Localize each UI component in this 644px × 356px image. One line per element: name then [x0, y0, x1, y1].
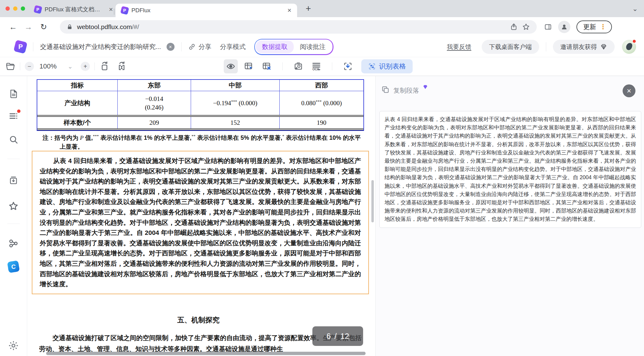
pdf-page-view[interactable]: 指标 东部 中部 西部 产业结构 −0.014 (0.246) −0.194**… — [27, 76, 375, 356]
sidebar-item-settings[interactable] — [8, 340, 19, 351]
divider — [7, 224, 20, 224]
table-cell[interactable]: 样本数/个 — [37, 117, 118, 128]
download-tray-icon — [9, 176, 18, 185]
gem-icon — [600, 43, 607, 50]
zoom-in-button[interactable]: + — [81, 62, 90, 71]
sidebar-item-pages[interactable] — [8, 88, 19, 99]
address-bar[interactable]: webtool.pdflux.com/#/ — [60, 20, 537, 34]
table-cell[interactable]: −0.014 (0.246) — [118, 91, 191, 115]
sidebar-item-favorites[interactable] — [8, 200, 19, 212]
window-minimize-button[interactable] — [13, 6, 17, 11]
back-button[interactable]: ← — [6, 22, 21, 32]
zoom-preset-chevron-icon[interactable]: ⌄ — [68, 63, 73, 70]
sidebar-item-c-app[interactable]: C — [8, 261, 19, 273]
table-header-cell[interactable]: 中部 — [191, 80, 280, 91]
table-cell[interactable]: −0.194*** (0.000) — [191, 91, 280, 115]
invite-friends-button[interactable]: 邀请朋友获得 — [553, 40, 615, 54]
rotate-page-icon[interactable] — [99, 61, 110, 72]
tab-pdflux-active[interactable]: P PDFlux ✕ — [116, 4, 297, 17]
browser-toolbar: ← → ↻ webtool.pdflux.com/#/ — [0, 17, 644, 37]
horizontal-scrollbar-thumb[interactable] — [46, 352, 366, 355]
delete-table-button[interactable] — [260, 59, 274, 73]
zoom-out-button[interactable]: − — [25, 62, 34, 71]
link-icon — [188, 43, 196, 50]
tab-strip: P PDFlux 富格式文档的解析利器 ✕ P PDFlux ✕ + ⌄ — [0, 0, 644, 17]
star-icon — [8, 201, 19, 211]
tab-title: PDFlux 富格式文档的解析利器 — [45, 6, 106, 13]
sidebar-item-share-graph[interactable] — [8, 238, 19, 249]
window-close-button[interactable] — [6, 6, 10, 11]
recognized-table[interactable]: 指标 东部 中部 西部 产业结构 −0.014 (0.246) −0.194**… — [37, 79, 364, 131]
share-mode-button[interactable]: 分享模式 — [220, 43, 246, 51]
snapshot-recognize-button[interactable] — [291, 59, 305, 73]
url-text: webtool.pdflux.com/#/ — [77, 23, 139, 31]
zoom-level: 100% — [39, 62, 57, 70]
table-cell[interactable]: 产业结构 — [37, 91, 118, 115]
tab-title: PDFlux — [131, 7, 284, 14]
tab-close-icon[interactable]: ✕ — [109, 6, 113, 13]
side-panel-icon[interactable] — [544, 23, 552, 31]
sidebar-item-extract-list[interactable] — [8, 110, 19, 122]
ocr-button[interactable]: OCR — [309, 59, 323, 73]
table-cell[interactable]: 190 — [280, 117, 363, 128]
table-header-cell[interactable]: 指标 — [37, 80, 118, 91]
notification-dot — [632, 39, 636, 43]
highlighted-paragraph[interactable]: 从表 4 回归结果来看，交通基础设施发展对于区域产业结构的影响有明显的差异。对东… — [32, 151, 369, 294]
list-icon — [9, 111, 18, 121]
share-nodes-icon — [8, 238, 19, 249]
bookmark-star-icon[interactable] — [522, 23, 530, 31]
gear-icon — [8, 340, 19, 351]
sidebar-item-search[interactable] — [8, 134, 19, 145]
table-cell[interactable]: 152 — [191, 117, 280, 128]
tab-read-annotate[interactable]: 阅读批注 — [294, 40, 332, 53]
window-zoom-button[interactable] — [21, 6, 25, 11]
pdflux-logo[interactable]: P — [13, 40, 28, 54]
table-cell[interactable]: 209 — [118, 117, 191, 128]
share-page-icon[interactable] — [510, 23, 518, 31]
tab-search-chevron-icon[interactable]: ⌄ — [632, 5, 638, 13]
reload-button[interactable]: ↻ — [36, 22, 51, 32]
table-row[interactable]: 产业结构 −0.014 (0.246) −0.194*** (0.000) 0.… — [37, 91, 363, 115]
rotate-text-icon[interactable] — [116, 61, 127, 72]
page-total: 12 — [340, 332, 349, 341]
left-sidebar: C — [0, 76, 27, 356]
close-document-button[interactable]: ✕ — [167, 43, 175, 51]
table-header-cell[interactable]: 西部 — [280, 80, 363, 91]
table-row[interactable]: 样本数/个 209 152 190 — [37, 117, 363, 128]
tab-close-icon[interactable]: ✕ — [287, 7, 292, 14]
browser-update-button[interactable]: 更新 ⋮ — [576, 20, 612, 33]
copy-paragraph-panel: 复制段落 ✕ 从表 4 回归结果来看，交通基础设施发展对于区域产业结构的影响有明… — [375, 76, 644, 356]
import-export-button[interactable] — [341, 59, 355, 73]
table-cursor-icon — [244, 61, 254, 71]
download-client-button[interactable]: 下载桌面客户端 — [482, 40, 539, 54]
pdflux-favicon: P — [33, 5, 42, 14]
camera-area-icon — [293, 61, 303, 71]
search-icon — [9, 135, 18, 144]
browser-profile-button[interactable] — [558, 21, 570, 33]
table-cell[interactable]: 0.080*** (0.000) — [280, 91, 363, 115]
preview-eye-button[interactable] — [224, 59, 238, 73]
extracted-paragraph-card[interactable]: 从表 4 回归结果来看，交通基础设施发展对于区域产业结构的影响有明显的差异。对东… — [379, 111, 641, 228]
tab-pdflux-home[interactable]: P PDFlux 富格式文档的解析利器 ✕ — [34, 3, 113, 16]
select-table-button[interactable] — [242, 59, 256, 73]
browser-menu-dots-icon[interactable]: ⋮ — [600, 23, 606, 31]
forward-button[interactable]: → — [21, 22, 36, 32]
tab-data-extract[interactable]: 数据提取 — [256, 40, 294, 53]
eye-icon — [226, 62, 235, 71]
tab-separator — [114, 9, 114, 15]
table-note: 注：括号内为 P 值,*** 表示估计结果在 1% 的水平上显著,** 表示估计… — [42, 132, 364, 151]
vertical-scrollbar-thumb[interactable] — [371, 180, 374, 222]
paragraph-text: 从表 4 回归结果来看，交通基础设施发展对于区域产业结构的影响有明显的差异。对东… — [40, 156, 361, 289]
panel-close-button[interactable]: ✕ — [623, 84, 635, 97]
panel-title: 复制段落 — [393, 86, 419, 95]
new-tab-button[interactable]: + — [306, 3, 311, 14]
recognize-table-button[interactable]: 识别表格 — [361, 59, 413, 73]
avatar[interactable] — [622, 40, 636, 54]
divider — [7, 159, 20, 159]
open-file-folder-icon[interactable] — [6, 61, 15, 71]
feedback-link[interactable]: 我要反馈 — [447, 43, 471, 51]
browser-window: P PDFlux 富格式文档的解析利器 ✕ P PDFlux ✕ + ⌄ ← →… — [0, 0, 644, 356]
share-button[interactable]: 分享 — [188, 43, 212, 51]
table-header-cell[interactable]: 东部 — [118, 80, 191, 91]
sidebar-item-export[interactable] — [8, 175, 19, 186]
